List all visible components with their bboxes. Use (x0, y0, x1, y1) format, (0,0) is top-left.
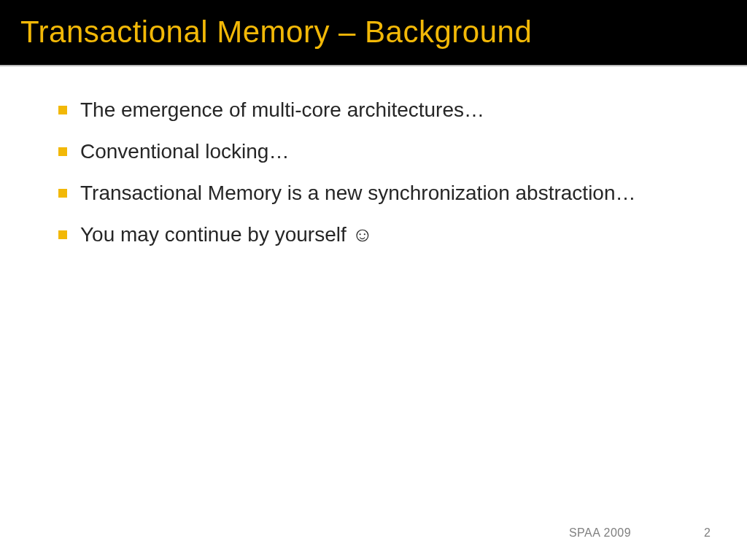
bullet-marker-icon (58, 189, 67, 198)
bullet-item: The emergence of multi-core architecture… (58, 96, 703, 124)
slide-title: Transactional Memory – Background (20, 13, 727, 52)
bullet-item: You may continue by yourself ☺ (58, 220, 703, 249)
slide-footer: SPAA 2009 2 (569, 526, 711, 540)
slide-header: Transactional Memory – Background (0, 0, 747, 66)
bullet-marker-icon (58, 230, 67, 239)
bullet-text: Transactional Memory is a new synchroniz… (80, 179, 703, 207)
bullet-text: You may continue by yourself ☺ (80, 220, 703, 249)
bullet-list: The emergence of multi-core architecture… (58, 96, 703, 249)
bullet-marker-icon (58, 147, 67, 156)
bullet-marker-icon (58, 106, 67, 114)
bullet-text: Conventional locking… (80, 137, 703, 166)
slide-content: The emergence of multi-core architecture… (0, 66, 747, 249)
footer-label: SPAA 2009 (569, 526, 631, 540)
bullet-item: Conventional locking… (58, 137, 703, 166)
page-number: 2 (704, 526, 711, 540)
bullet-text: The emergence of multi-core architecture… (80, 96, 703, 124)
bullet-item: Transactional Memory is a new synchroniz… (58, 179, 703, 207)
